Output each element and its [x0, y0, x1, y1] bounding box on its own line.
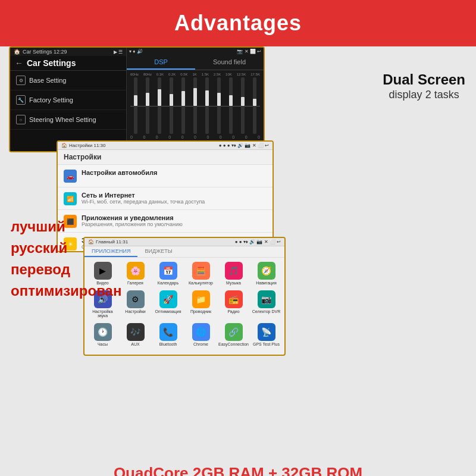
app-gps[interactable]: 📡 GPS Test Plus: [250, 321, 282, 349]
dual-screen-block: Dual Screen display 2 tasks: [383, 70, 465, 101]
app-files-icon: 📁: [192, 290, 210, 308]
app-music-icon: 🎵: [225, 262, 243, 280]
screen1-status-icons: ▶ ☰: [114, 49, 123, 55]
tab-widgets[interactable]: ВИДЖЕТЫ: [137, 246, 179, 257]
app-bluetooth-icon: 📞: [159, 323, 177, 341]
app-clock[interactable]: 🕐 Часы: [87, 321, 118, 349]
eq-bars: [130, 77, 260, 134]
app-calculator[interactable]: 🧮 Калькулятор: [185, 260, 217, 287]
app-easyconnect[interactable]: 🔗 EasyConnection: [218, 321, 249, 349]
app-radio-icon: 📻: [225, 290, 243, 308]
app-gallery-icon: 🌸: [127, 262, 145, 280]
app-calendar-icon: 📅: [159, 262, 177, 280]
dual-screen-title: Dual Screen: [383, 70, 465, 89]
app-chrome[interactable]: 🌐 Chrome: [185, 321, 217, 349]
screen1-statusbar: 🏠 Car Settings 12:29 ▶ ☰: [10, 48, 126, 56]
menu-item-factory[interactable]: 🔧 Factory Setting: [10, 90, 126, 110]
menu-item-steering[interactable]: ○ Steering Wheel Setting: [10, 110, 126, 130]
screen2-statusbar-text: Настройки 11:30: [69, 143, 105, 148]
app-settings[interactable]: ⚙ Настройки: [120, 289, 151, 320]
app-gallery[interactable]: 🌸 Галерея: [120, 260, 151, 287]
settings-item-network[interactable]: 📶 Сеть и Интернет Wi-Fi, моб. сети, пере…: [58, 187, 273, 210]
app-files[interactable]: 📁 Проводник: [185, 289, 217, 320]
app-settings-icon: ⚙: [127, 290, 145, 308]
screen2-title: Настройки: [58, 150, 273, 165]
screen1-statusbar-text: Car Settings 12:29: [23, 49, 67, 55]
menu-item-base[interactable]: ⚙ Base Setting: [10, 71, 126, 90]
steering-setting-label: Steering Wheel Setting: [29, 116, 96, 123]
russian-text-block: лучший русский перевод оптимизирован: [11, 216, 121, 302]
app-optimize-icon: 🚀: [159, 290, 177, 308]
base-setting-label: Base Setting: [29, 77, 66, 84]
russian-line2: русский: [11, 237, 121, 259]
app-chrome-icon: 🌐: [192, 323, 210, 341]
app-navigation-icon: 🧭: [258, 262, 275, 280]
screen2-status-icons: ● ● ● ▾♦ 🔊 📷 ✕ ⬜ ↩: [219, 143, 269, 148]
factory-setting-icon: 🔧: [16, 95, 26, 105]
dual-screen-subtitle: display 2 tasks: [383, 89, 465, 101]
bottom-bar-text: QuadCore 2GB RAM + 32GB ROM: [114, 464, 362, 476]
screen2-statusbar: 🏠 Настройки 11:30 ● ● ● ▾♦ 🔊 📷 ✕ ⬜ ↩: [58, 142, 273, 150]
app-music[interactable]: 🎵 Музыка: [218, 260, 249, 287]
app-dvr-icon: 📷: [258, 290, 275, 308]
auto-settings-icon: 🚗: [64, 170, 77, 183]
volume-icon: 🔊: [137, 49, 143, 54]
screen1-left-panel: 🏠 Car Settings 12:29 ▶ ☰ ← Car Settings …: [10, 48, 126, 151]
screen1-right-nav-icons: 📷 ✕ ⬜ ↩: [237, 49, 261, 54]
screen1-left-title: Car Settings: [27, 58, 76, 68]
app-aux[interactable]: 🎶 AUX: [120, 321, 151, 349]
tab-sound-field[interactable]: Sound field: [195, 55, 264, 70]
app-easyconnect-icon: 🔗: [225, 323, 243, 341]
base-setting-icon: ⚙: [16, 76, 26, 85]
screen1-car-settings: 🏠 Car Settings 12:29 ▶ ☰ ← Car Settings …: [9, 46, 265, 152]
russian-line3: перевод: [11, 259, 121, 280]
screen3-status-icons: ● ● ▾♦ 🔊 📷 ✕ ⬜ ↩: [235, 239, 281, 245]
app-clock-icon: 🕐: [94, 323, 112, 341]
network-icon: 📶: [64, 192, 77, 205]
bottom-bar: QuadCore 2GB RAM + 32GB ROM: [0, 457, 476, 476]
screen1-right-statusbar: ▾ ♦ 🔊 📷 ✕ ⬜ ↩: [127, 48, 264, 55]
dsp-tab-bar: DSP Sound field: [127, 55, 264, 70]
screen1-dsp-panel: ▾ ♦ 🔊 📷 ✕ ⬜ ↩ DSP Sound field 60Hz80Hz0.…: [126, 48, 264, 151]
wifi-icon: ▾ ♦: [129, 49, 135, 54]
settings-item-auto[interactable]: 🚗 Настройки автомобиля: [58, 165, 273, 187]
russian-line4: оптимизирован: [11, 280, 121, 302]
steering-setting-icon: ○: [16, 115, 26, 124]
screen2-home-icon: 🏠: [61, 143, 67, 148]
eq-labels: 60Hz80Hz0.1K0.2K0.5K 1K1.5K2.5K10K12.5K1…: [130, 73, 260, 76]
tab-dsp[interactable]: DSP: [127, 55, 195, 70]
app-calculator-icon: 🧮: [192, 262, 210, 280]
equalizer-area: 60Hz80Hz0.1K0.2K0.5K 1K1.5K2.5K10K12.5K1…: [127, 70, 264, 151]
app-aux-icon: 🎶: [127, 323, 145, 341]
russian-line1: лучший: [11, 216, 121, 237]
app-navigation[interactable]: 🧭 Навигация: [250, 260, 282, 287]
factory-setting-label: Factory Setting: [29, 96, 73, 104]
home-icon: 🏠: [14, 49, 20, 55]
app-radio[interactable]: 📻 Радио: [218, 289, 249, 320]
app-dvr[interactable]: 📷 Селектор DVR: [250, 289, 282, 320]
network-text: Сеть и Интернет Wi-Fi, моб. сети, переда…: [82, 192, 205, 205]
auto-settings-text: Настройки автомобиля: [82, 169, 157, 176]
app-optimize[interactable]: 🚀 Оптимизация: [152, 289, 184, 320]
page-title: Advantages: [174, 11, 302, 35]
app-calendar[interactable]: 📅 Календарь: [152, 260, 184, 287]
back-arrow-icon[interactable]: ←: [15, 58, 23, 68]
app-bluetooth[interactable]: 📞 Bluetooth: [152, 321, 184, 349]
app-gps-icon: 📡: [258, 323, 275, 341]
header-section: Advantages: [0, 0, 476, 46]
